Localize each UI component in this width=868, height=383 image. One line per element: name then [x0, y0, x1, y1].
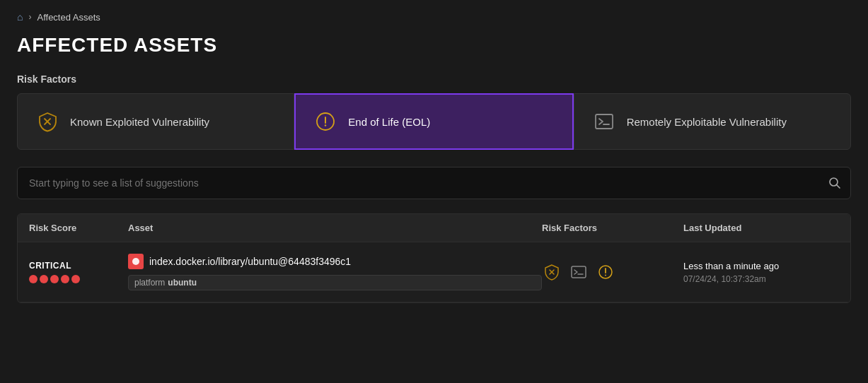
svg-point-16 — [605, 275, 606, 276]
risk-dot-5 — [71, 275, 80, 283]
svg-line-8 — [837, 185, 840, 189]
risk-dot-4 — [61, 275, 69, 283]
risk-dot-2 — [40, 275, 48, 283]
risk-card-known-exploited[interactable]: Known Exploited Vulnerability — [17, 93, 294, 150]
shield-x-icon — [35, 109, 60, 134]
home-icon[interactable]: ⌂ — [17, 11, 23, 23]
svg-point-9 — [132, 258, 139, 265]
risk-dot-3 — [50, 275, 59, 283]
search-button[interactable] — [828, 177, 841, 189]
page-title: AFFECTED ASSETS — [17, 34, 851, 57]
risk-card-end-of-life-label: End of Life (EOL) — [348, 116, 430, 128]
table-header: Risk Score Asset Risk Factors Last Updat… — [18, 214, 850, 242]
row-shield-x-icon — [542, 262, 562, 282]
risk-card-known-exploited-label: Known Exploited Vulnerability — [70, 116, 209, 128]
risk-card-remotely-exploitable-label: Remotely Exploitable Vulnerability — [627, 116, 787, 128]
breadcrumb: ⌂ › Affected Assets — [17, 11, 851, 23]
risk-dot-1 — [29, 275, 37, 283]
breadcrumb-current: Affected Assets — [37, 12, 100, 23]
svg-rect-12 — [572, 266, 586, 278]
platform-prefix: platform — [134, 278, 165, 288]
last-updated-absolute: 07/24/24, 10:37:32am — [683, 274, 839, 284]
risk-score-cell: CRITICAL — [29, 261, 128, 283]
asset-name-row: index.docker.io/library/ubuntu@64483f349… — [128, 254, 542, 269]
svg-point-4 — [325, 124, 326, 126]
asset-logo — [128, 254, 144, 269]
row-warning-icon — [596, 262, 615, 282]
last-updated-relative: Less than a minute ago — [683, 261, 839, 271]
row-risk-factors-cell — [542, 262, 683, 282]
breadcrumb-separator: › — [28, 12, 31, 22]
risk-score-label: CRITICAL — [29, 261, 128, 271]
assets-table: Risk Score Asset Risk Factors Last Updat… — [17, 213, 851, 303]
risk-card-remotely-exploitable[interactable]: Remotely Exploitable Vulnerability — [574, 93, 851, 150]
table-row: CRITICAL index.docker.i — [18, 242, 850, 302]
warning-circle-icon — [313, 109, 338, 134]
platform-name: ubuntu — [168, 278, 197, 288]
risk-factors-label: Risk Factors — [17, 73, 851, 85]
asset-cell: index.docker.io/library/ubuntu@64483f349… — [128, 254, 542, 290]
col-risk-factors: Risk Factors — [542, 223, 683, 233]
asset-name[interactable]: index.docker.io/library/ubuntu@64483f349… — [149, 256, 351, 267]
col-risk-score: Risk Score — [29, 223, 128, 233]
risk-factors-cards: Known Exploited Vulnerability End of Lif… — [17, 93, 851, 150]
risk-card-end-of-life[interactable]: End of Life (EOL) — [294, 93, 573, 150]
svg-rect-5 — [596, 114, 613, 129]
asset-platform-badge: platform ubuntu — [128, 275, 542, 290]
last-updated-cell: Less than a minute ago 07/24/24, 10:37:3… — [683, 261, 839, 284]
row-terminal-icon — [569, 262, 589, 282]
search-container — [17, 167, 851, 199]
col-asset: Asset — [128, 223, 542, 233]
col-last-updated: Last Updated — [683, 223, 839, 233]
search-input[interactable] — [17, 167, 851, 199]
risk-dots — [29, 275, 128, 283]
terminal-icon — [591, 109, 617, 134]
